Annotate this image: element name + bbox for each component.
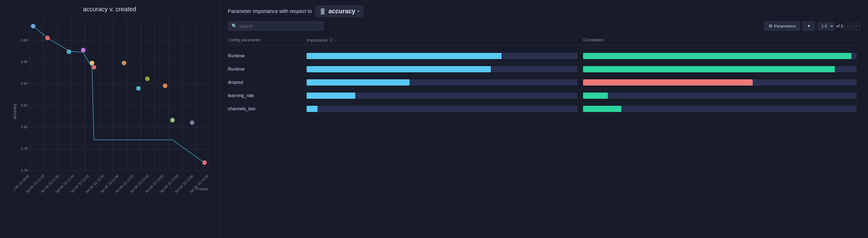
- table-row: Runtime: [228, 63, 860, 76]
- chart-area: accuracy .grid-line { stroke: #2a3050; s…: [3, 16, 216, 207]
- correlation-bar-col: [583, 93, 860, 99]
- correlation-bar-bg: [583, 106, 857, 112]
- table-header: Config parameter Importance ⓘ ↓ Correlat…: [228, 35, 860, 45]
- toolbar-right: ⚙ Parameters ✦ 1-5 of 5 ‹ ›: [764, 21, 860, 31]
- table-body: Runtime Runtime dropout: [228, 50, 860, 116]
- correlation-bar-col: [583, 79, 860, 86]
- data-point: [145, 77, 150, 81]
- svg-text:0.86: 0.86: [21, 60, 28, 64]
- importance-bar-bg: [307, 79, 578, 86]
- chevron-down-icon: ▾: [358, 9, 360, 13]
- scatter-icon: ✦: [807, 23, 811, 29]
- data-point: [163, 84, 167, 88]
- svg-text:0.82: 0.82: [21, 103, 28, 108]
- correlation-bar-bg: [583, 53, 857, 59]
- correlation-bar-fill: [583, 106, 621, 112]
- svg-text:0.80: 0.80: [21, 125, 28, 129]
- page-of-label: of 5: [836, 24, 843, 28]
- correlation-bar-bg: [583, 93, 857, 99]
- importance-bar-col: [307, 79, 583, 86]
- data-point: [81, 48, 86, 52]
- col-importance-header: Importance ⓘ ↓: [307, 37, 583, 42]
- chart-title: accuracy v. created: [3, 6, 216, 13]
- importance-bar-col: [307, 93, 583, 99]
- sort-icon: ↓: [335, 38, 337, 42]
- importance-bar-bg: [307, 106, 578, 112]
- data-point: [92, 65, 96, 69]
- search-icon: 🔍: [231, 23, 237, 29]
- importance-bar-bg: [307, 66, 578, 72]
- importance-bar-fill: [307, 106, 317, 112]
- importance-bar-fill: [307, 53, 501, 59]
- right-panel: Parameter importance with respect to ▐▌ …: [219, 0, 868, 238]
- data-point: [90, 61, 94, 65]
- importance-bar-bg: [307, 53, 578, 59]
- scatter-button[interactable]: ✦: [803, 21, 815, 31]
- col-correlation-header: Correlation: [583, 37, 860, 42]
- parameters-button[interactable]: ⚙ Parameters: [764, 21, 800, 31]
- table-row: Runtime: [228, 50, 860, 63]
- param-name: Runtime: [228, 54, 307, 59]
- toolbar: 🔍 ⚙ Parameters ✦ 1-5 of 5 ‹ ›: [228, 21, 860, 31]
- importance-bar-bg: [307, 93, 578, 99]
- importance-bar-col: [307, 66, 583, 72]
- chart-panel: accuracy v. created accuracy .grid-line …: [0, 0, 219, 238]
- correlation-bar-col: [583, 106, 860, 112]
- correlation-bar-bg: [583, 66, 857, 72]
- info-icon: ⓘ: [329, 37, 333, 42]
- correlation-bar-bg: [583, 79, 857, 86]
- gear-icon: ⚙: [769, 23, 772, 29]
- svg-text:Created: Created: [196, 187, 208, 191]
- metric-dropdown[interactable]: ▐▌ accuracy ▾: [315, 6, 363, 17]
- correlation-bar-fill: [583, 93, 608, 99]
- importance-bar-fill: [307, 79, 409, 86]
- data-point: [45, 36, 50, 40]
- importance-bar-fill: [307, 66, 491, 72]
- search-input[interactable]: [239, 24, 320, 28]
- correlation-bar-fill: [583, 66, 835, 72]
- prev-page-button[interactable]: ‹: [845, 23, 851, 30]
- param-name: Runtime: [228, 67, 307, 72]
- col-config-header: Config parameter: [228, 37, 307, 42]
- table-row: learning_rate: [228, 89, 860, 102]
- svg-text:0.84: 0.84: [21, 82, 28, 86]
- correlation-bar-fill: [583, 79, 753, 86]
- table-row: channels_two: [228, 102, 860, 116]
- correlation-bar-col: [583, 53, 860, 59]
- svg-text:0.76: 0.76: [21, 169, 28, 173]
- top-bar: Parameter importance with respect to ▐▌ …: [228, 6, 860, 17]
- metric-label: accuracy: [329, 8, 355, 15]
- correlation-bar-col: [583, 66, 860, 72]
- importance-bar-fill: [307, 93, 355, 99]
- param-name: dropout: [228, 80, 307, 85]
- data-point: [202, 160, 207, 165]
- importance-bar-col: [307, 106, 583, 112]
- search-box[interactable]: 🔍: [228, 21, 323, 31]
- bar-chart-icon: ▐▌: [319, 8, 326, 14]
- data-point: [170, 118, 175, 122]
- data-point: [190, 120, 194, 125]
- data-point: [67, 50, 71, 54]
- params-label: Parameters: [774, 24, 796, 28]
- table-row: dropout: [228, 76, 860, 89]
- importance-bar-col: [307, 53, 583, 59]
- correlation-bar-fill: [583, 53, 851, 59]
- param-name: learning_rate: [228, 93, 307, 98]
- data-point: [31, 24, 35, 28]
- data-point: [122, 61, 126, 65]
- svg-text:0.78: 0.78: [21, 147, 28, 151]
- next-page-button[interactable]: ›: [853, 23, 860, 30]
- svg-text:0.88: 0.88: [21, 38, 28, 42]
- page-select[interactable]: 1-5: [818, 22, 834, 30]
- data-point: [136, 86, 141, 91]
- chart-svg: .grid-line { stroke: #2a3050; stroke-wid…: [14, 16, 217, 193]
- param-name: channels_two: [228, 106, 307, 111]
- page-controls: 1-5 of 5 ‹ ›: [818, 22, 860, 30]
- importance-label: Parameter importance with respect to: [228, 8, 312, 14]
